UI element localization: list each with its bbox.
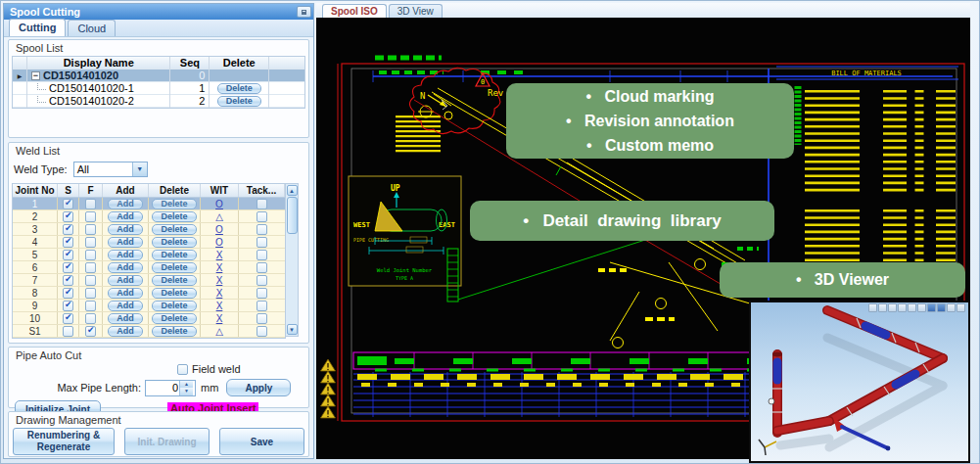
measure-icon[interactable]	[947, 303, 956, 312]
delete-button[interactable]: Delete	[152, 237, 196, 248]
f-checkbox[interactable]	[85, 237, 96, 248]
tab-cloud[interactable]: Cloud	[68, 20, 116, 36]
tack-checkbox[interactable]	[257, 211, 267, 222]
tack-checkbox[interactable]	[257, 262, 267, 273]
max-pipe-length-input[interactable]: ▲▼	[145, 380, 196, 396]
delete-button[interactable]: Delete	[217, 96, 261, 107]
add-button[interactable]: Add	[108, 237, 143, 248]
tack-checkbox[interactable]	[257, 301, 267, 311]
s-checkbox[interactable]	[63, 313, 73, 324]
add-button[interactable]: Add	[108, 262, 143, 273]
add-button[interactable]: Add	[108, 199, 143, 209]
scrollbar-thumb[interactable]	[287, 197, 298, 234]
add-button[interactable]: Add	[108, 301, 143, 311]
col-delete[interactable]: Delete	[210, 57, 269, 70]
weld-row[interactable]: S1 Add Delete △	[13, 325, 285, 338]
tab-cutting[interactable]: Cutting	[9, 19, 66, 36]
tack-checkbox[interactable]	[257, 313, 267, 324]
delete-button[interactable]: Delete	[152, 275, 196, 286]
max-pipe-length-value[interactable]	[146, 381, 179, 395]
tack-checkbox[interactable]	[257, 250, 267, 260]
add-button[interactable]: Add	[108, 288, 143, 299]
tack-checkbox[interactable]	[257, 199, 267, 209]
f-checkbox[interactable]	[85, 211, 96, 222]
weld-row[interactable]: 10 Add Delete X	[13, 312, 285, 325]
s-checkbox[interactable]	[63, 275, 73, 286]
weld-row[interactable]: 8 Add Delete X	[13, 287, 285, 300]
pin-button[interactable]	[297, 6, 311, 18]
tack-checkbox[interactable]	[257, 275, 267, 286]
rotate-icon[interactable]	[898, 303, 907, 312]
s-checkbox[interactable]	[63, 224, 73, 235]
s-checkbox[interactable]	[63, 237, 73, 248]
f-checkbox[interactable]	[85, 313, 96, 324]
weld-row[interactable]: 4 Add Delete O	[13, 236, 285, 249]
spinner-buttons[interactable]: ▲▼	[179, 381, 193, 395]
views-icon[interactable]	[917, 303, 926, 312]
scroll-up-icon[interactable]: ▲	[287, 185, 298, 196]
weld-row[interactable]: 2 Add Delete △	[13, 210, 285, 223]
init-drawing-button[interactable]: Init. Drawing	[124, 428, 210, 455]
f-checkbox[interactable]	[85, 326, 96, 337]
delete-button[interactable]: Delete	[152, 326, 196, 337]
pan-icon[interactable]	[888, 303, 897, 312]
delete-button[interactable]: Delete	[152, 313, 196, 324]
s-checkbox[interactable]	[63, 250, 73, 260]
col-tack[interactable]: Tack...	[239, 184, 285, 197]
col-delete[interactable]: Delete	[149, 184, 201, 197]
delete-button[interactable]: Delete	[152, 262, 196, 273]
s-checkbox[interactable]	[63, 199, 73, 209]
add-button[interactable]: Add	[108, 326, 143, 337]
scroll-down-icon[interactable]: ▼	[287, 324, 298, 335]
f-checkbox[interactable]	[85, 301, 96, 311]
delete-button[interactable]: Delete	[152, 211, 196, 222]
f-checkbox[interactable]	[85, 199, 96, 209]
tack-checkbox[interactable]	[257, 224, 267, 235]
spool-row[interactable]: CD1501401020-2 2 Delete	[13, 95, 304, 108]
col-seq[interactable]: Seq	[170, 57, 210, 70]
weld-row[interactable]: 3 Add Delete O	[13, 223, 285, 236]
delete-button[interactable]: Delete	[152, 199, 196, 209]
spool-row[interactable]: CD1501401020-1 1 Delete	[13, 82, 304, 95]
delete-button[interactable]: Delete	[217, 83, 261, 94]
collapse-icon[interactable]: −	[31, 71, 40, 80]
add-button[interactable]: Add	[108, 250, 143, 260]
apply-button[interactable]: Apply	[226, 379, 291, 396]
f-checkbox[interactable]	[85, 262, 96, 273]
tack-checkbox[interactable]	[257, 288, 267, 299]
select-icon[interactable]	[957, 303, 965, 312]
viewer-tool-icon[interactable]	[868, 303, 877, 312]
col-f[interactable]: F	[79, 184, 103, 197]
tack-checkbox[interactable]	[257, 326, 267, 337]
spin-down-icon[interactable]: ▼	[180, 388, 193, 395]
weld-row[interactable]: 1 Add Delete O	[13, 198, 285, 210]
shade-icon[interactable]	[927, 303, 936, 312]
field-weld-checkbox[interactable]	[177, 364, 188, 375]
wireframe-icon[interactable]	[937, 303, 946, 312]
f-checkbox[interactable]	[85, 288, 96, 299]
weld-row[interactable]: 5 Add Delete X	[13, 249, 285, 261]
delete-button[interactable]: Delete	[152, 224, 196, 235]
spin-up-icon[interactable]: ▲	[180, 381, 193, 389]
f-checkbox[interactable]	[85, 224, 96, 235]
weld-row[interactable]: 6 Add Delete X	[13, 261, 285, 274]
tack-checkbox[interactable]	[257, 237, 267, 248]
s-checkbox[interactable]	[63, 326, 73, 337]
s-checkbox[interactable]	[63, 262, 73, 273]
add-button[interactable]: Add	[108, 313, 143, 324]
add-button[interactable]: Add	[108, 275, 143, 286]
col-display-name[interactable]: Display Name	[27, 57, 171, 70]
save-button[interactable]: Save	[219, 428, 304, 455]
renumbering-regenerate-button[interactable]: Renumbering & Regenerate	[13, 428, 115, 455]
delete-button[interactable]: Delete	[152, 301, 196, 311]
add-button[interactable]: Add	[108, 224, 143, 235]
col-wit[interactable]: WIT	[201, 184, 239, 197]
tab-spool-iso[interactable]: Spool ISO	[322, 4, 387, 18]
f-checkbox[interactable]	[85, 275, 96, 286]
zoom-icon[interactable]	[878, 303, 887, 312]
delete-button[interactable]: Delete	[152, 288, 196, 299]
delete-button[interactable]: Delete	[152, 250, 196, 260]
s-checkbox[interactable]	[63, 211, 73, 222]
weld-row[interactable]: 9 Add Delete X	[13, 300, 285, 312]
weld-table-scrollbar[interactable]: ▲ ▼	[286, 183, 299, 337]
